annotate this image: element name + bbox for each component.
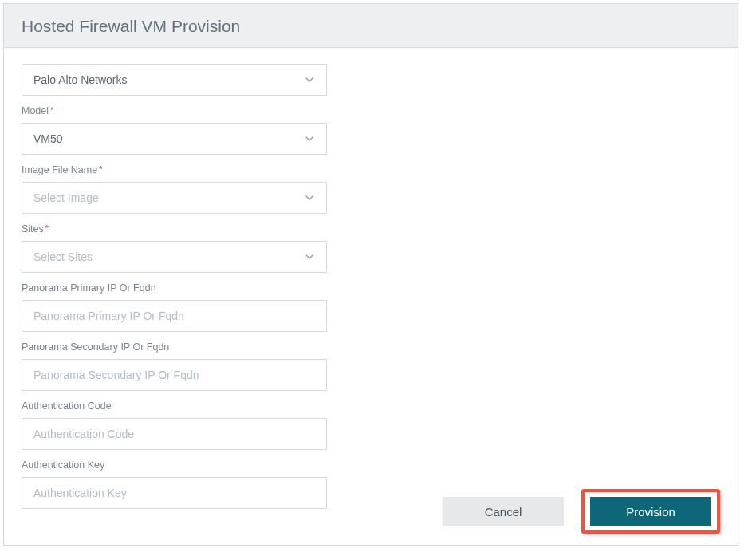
auth-code-input[interactable] bbox=[33, 419, 315, 449]
auth-key-label: Authentication Key bbox=[22, 459, 720, 471]
chevron-down-icon bbox=[304, 192, 315, 203]
panel-header: Hosted Firewall VM Provision bbox=[4, 4, 738, 48]
image-placeholder: Select Image bbox=[33, 191, 304, 204]
vendor-value: Palo Alto Networks bbox=[33, 73, 304, 86]
sites-select[interactable]: Select Sites bbox=[22, 241, 327, 273]
sites-label: Sites* bbox=[22, 223, 720, 235]
image-select[interactable]: Select Image bbox=[22, 182, 327, 214]
vendor-select[interactable]: Palo Alto Networks bbox=[22, 64, 327, 96]
image-label: Image File Name* bbox=[22, 164, 720, 175]
panorama-secondary-label: Panorama Secondary IP Or Fqdn bbox=[22, 341, 720, 353]
image-group: Image File Name* Select Image bbox=[22, 164, 720, 214]
cancel-button[interactable]: Cancel bbox=[443, 497, 564, 526]
model-value: VM50 bbox=[33, 132, 304, 145]
chevron-down-icon bbox=[304, 251, 315, 262]
panorama-primary-group: Panorama Primary IP Or Fqdn bbox=[22, 282, 720, 332]
image-label-text: Image File Name bbox=[22, 164, 97, 175]
panorama-primary-input[interactable] bbox=[33, 301, 315, 331]
page-title: Hosted Firewall VM Provision bbox=[22, 17, 720, 36]
model-group: Model* VM50 bbox=[22, 105, 720, 155]
chevron-down-icon bbox=[304, 74, 315, 85]
form-body: Palo Alto Networks Model* VM50 Image Fil… bbox=[4, 48, 738, 509]
sites-placeholder: Select Sites bbox=[33, 250, 304, 263]
auth-code-group: Authentication Code bbox=[22, 400, 720, 450]
provision-panel: Hosted Firewall VM Provision Palo Alto N… bbox=[3, 3, 738, 546]
required-star-icon: * bbox=[45, 223, 49, 233]
sites-label-text: Sites bbox=[22, 223, 44, 235]
panorama-secondary-input[interactable] bbox=[33, 360, 315, 390]
vendor-group: Palo Alto Networks bbox=[22, 64, 720, 96]
required-star-icon: * bbox=[99, 164, 102, 174]
model-label: Model* bbox=[22, 105, 720, 116]
auth-code-input-wrap bbox=[22, 418, 327, 450]
sites-group: Sites* Select Sites bbox=[22, 223, 720, 273]
panorama-primary-label: Panorama Primary IP Or Fqdn bbox=[22, 282, 720, 294]
provision-highlight: Provision bbox=[581, 489, 720, 534]
auth-code-label: Authentication Code bbox=[22, 400, 720, 412]
panorama-primary-input-wrap bbox=[22, 300, 327, 332]
provision-button[interactable]: Provision bbox=[590, 497, 711, 526]
panorama-secondary-input-wrap bbox=[22, 359, 327, 391]
footer-actions: Cancel Provision bbox=[443, 489, 720, 534]
model-select[interactable]: VM50 bbox=[22, 123, 327, 155]
model-label-text: Model bbox=[22, 105, 49, 116]
auth-key-input[interactable] bbox=[33, 478, 315, 508]
panorama-secondary-group: Panorama Secondary IP Or Fqdn bbox=[22, 341, 720, 391]
auth-key-input-wrap bbox=[22, 477, 327, 509]
required-star-icon: * bbox=[50, 105, 53, 115]
chevron-down-icon bbox=[304, 133, 315, 144]
